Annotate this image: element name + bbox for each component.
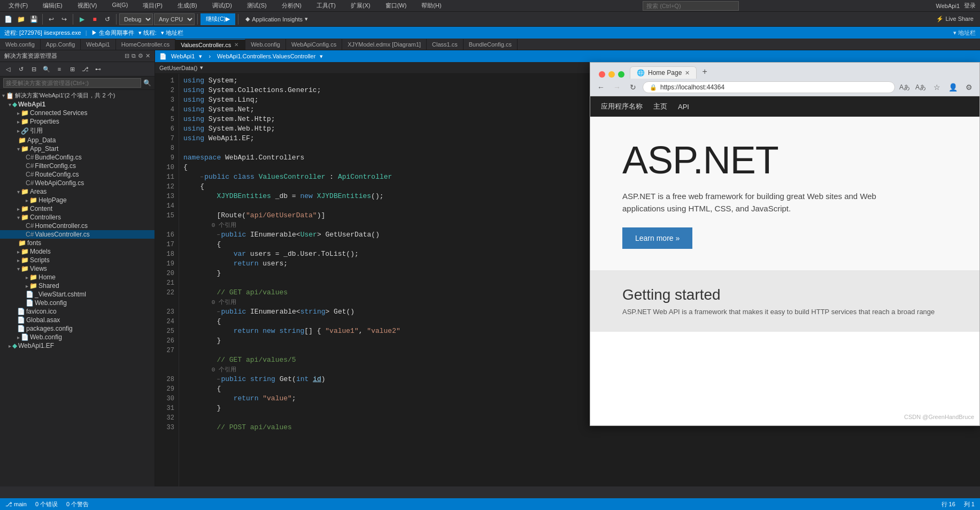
live-share-btn[interactable]: ⚡ Live Share xyxy=(932,16,978,22)
site-api-link[interactable]: API xyxy=(678,103,689,111)
tree-controllers[interactable]: ▾ 📁 Controllers xyxy=(0,213,155,222)
profile-btn[interactable]: 👤 xyxy=(946,81,959,94)
menu-extensions[interactable]: 扩展(X) xyxy=(346,1,375,11)
tree-models[interactable]: ▸ 📁 Models xyxy=(0,247,155,256)
login-button[interactable]: 登录 xyxy=(964,2,976,10)
tab-app-config[interactable]: App.Config xyxy=(41,39,81,50)
ai-dropdown-icon[interactable]: ▾ xyxy=(305,16,308,22)
settings-browser-btn[interactable]: ⚙ xyxy=(962,81,975,94)
code-editor[interactable]: 📄 WebApi1 ▾ › WebApi1.Controllers.Values… xyxy=(155,50,980,486)
menu-edit[interactable]: 编辑(E) xyxy=(38,1,67,11)
tree-webapi-config[interactable]: C# WebApiConfig.cs xyxy=(0,179,155,187)
tree-connected-services[interactable]: ▸ 📁 Connected Services xyxy=(0,109,155,117)
menu-analyze[interactable]: 分析(N) xyxy=(277,1,306,11)
refresh-btn[interactable]: ↻ xyxy=(627,81,639,94)
tab-home-controller[interactable]: HomeController.cs xyxy=(116,39,175,50)
tab-values-controller[interactable]: ValuesController.cs ✕ xyxy=(175,39,245,50)
se-sync-btn[interactable]: ⊷ xyxy=(92,63,104,75)
favorites-btn[interactable]: ☆ xyxy=(930,81,943,94)
se-refresh-btn[interactable]: ↺ xyxy=(15,63,27,75)
se-props-btn[interactable]: ≡ xyxy=(53,63,65,75)
continue-btn[interactable]: 继续(C)▶ xyxy=(200,13,235,25)
max-dot[interactable] xyxy=(618,71,624,78)
se-close-btn[interactable]: ✕ xyxy=(145,52,150,59)
tree-webapi1-ef[interactable]: ▸ ◆ WebApi1.EF xyxy=(0,341,155,350)
tree-home-controller[interactable]: C# HomeController.cs xyxy=(0,222,155,230)
forward-btn[interactable]: → xyxy=(611,81,623,94)
lifecycle-btn[interactable]: ▶ 生命周期事件 xyxy=(91,29,134,37)
se-search-input[interactable] xyxy=(3,78,141,88)
menu-debug[interactable]: 调试(D) xyxy=(208,1,236,11)
tree-solution[interactable]: ▾ 📋 解决方案'WebApi1'(2 个项目，共 2 个) xyxy=(0,91,155,100)
se-filter-btn[interactable]: ⧉ xyxy=(132,52,136,59)
se-back-btn[interactable]: ◁ xyxy=(2,63,14,75)
tab-class1[interactable]: Class1.cs xyxy=(427,39,464,50)
tree-shared[interactable]: ▸ 📁 Shared xyxy=(0,281,155,290)
tab-webapi-config[interactable]: WebApiConfig.cs xyxy=(286,39,342,50)
tree-favicon[interactable]: 📄 favicon.ico xyxy=(0,307,155,316)
new-tab-btn[interactable]: + xyxy=(698,65,711,79)
se-collapse-all-btn[interactable]: ⊟ xyxy=(28,63,40,75)
menu-window[interactable]: 窗口(W) xyxy=(381,1,411,11)
back-btn[interactable]: ← xyxy=(595,81,607,94)
tree-scripts[interactable]: ▸ 📁 Scripts xyxy=(0,256,155,264)
tab-web-config-2[interactable]: Web.config xyxy=(245,39,286,50)
se-preview-btn[interactable]: ⊞ xyxy=(66,63,78,75)
git-branch[interactable]: ⎇ main xyxy=(5,501,27,508)
read-btn[interactable]: Aあ xyxy=(914,81,927,94)
min-dot[interactable] xyxy=(608,71,615,78)
menu-build[interactable]: 生成(B) xyxy=(173,1,202,11)
tree-helppage[interactable]: ▸ 📁 HelpPage xyxy=(0,196,155,204)
menu-file[interactable]: 文件(F) xyxy=(4,1,32,11)
method-dropdown[interactable]: ▾ xyxy=(200,64,203,71)
tree-fonts[interactable]: 📁 fonts xyxy=(0,239,155,247)
tree-values-controller[interactable]: C# ValuesController.cs xyxy=(0,230,155,239)
menu-help[interactable]: 帮助(H) xyxy=(417,1,445,11)
editor-ns-dropdown[interactable]: ▾ xyxy=(320,53,323,60)
tab-webapi1[interactable]: WebApi1 xyxy=(81,39,115,50)
menu-git[interactable]: Git(G) xyxy=(107,1,132,11)
restart-btn[interactable]: ↺ xyxy=(102,13,113,25)
stop-btn[interactable]: ■ xyxy=(89,13,101,25)
tree-areas[interactable]: ▾ 📁 Areas xyxy=(0,187,155,196)
tree-project[interactable]: ▾ ◆ WebApi1 xyxy=(0,100,155,109)
tab-close-btn[interactable]: ✕ xyxy=(233,42,240,48)
menu-test[interactable]: 测试(S) xyxy=(243,1,271,11)
tree-filter-config[interactable]: C# FilterConfig.cs xyxy=(0,162,155,170)
redo-btn[interactable]: ↪ xyxy=(58,13,70,25)
menu-project[interactable]: 项目(P) xyxy=(138,1,167,11)
save-btn[interactable]: 💾 xyxy=(28,13,40,25)
tree-web-config-root[interactable]: ▸ 📄 Web.config xyxy=(0,333,155,341)
tree-viewstart[interactable]: 📄 _ViewStart.cshtml xyxy=(0,290,155,299)
tab-bundle-config[interactable]: BundleConfig.cs xyxy=(464,39,518,50)
debug-mode-dropdown[interactable]: Debug xyxy=(119,13,153,25)
menu-tools[interactable]: 工具(T) xyxy=(312,1,340,11)
tab-web-config-1[interactable]: Web.config xyxy=(0,39,41,50)
browser-tab-home[interactable]: 🌐 Home Page ✕ xyxy=(630,66,697,79)
undo-btn[interactable]: ↩ xyxy=(45,13,57,25)
start-btn[interactable]: ▶ xyxy=(76,13,88,25)
tree-views[interactable]: ▾ 📁 Views xyxy=(0,264,155,273)
tree-app-start[interactable]: ▾ 📁 App_Start xyxy=(0,144,155,153)
tree-route-config[interactable]: C# RouteConfig.cs xyxy=(0,170,155,179)
learn-more-button[interactable]: Learn more » xyxy=(622,227,692,249)
se-filter-btn2[interactable]: 🔍 xyxy=(41,63,52,75)
close-dot[interactable] xyxy=(599,71,605,78)
se-git-btn[interactable]: ⎇ xyxy=(79,63,91,75)
menu-view[interactable]: 视图(V) xyxy=(73,1,102,11)
translate-btn[interactable]: Aあ xyxy=(898,81,911,94)
thread-btn[interactable]: ▾ 线程: xyxy=(138,29,157,37)
tree-packages-config[interactable]: 📄 packages.config xyxy=(0,324,155,333)
cpu-dropdown[interactable]: Any CPU xyxy=(154,13,195,25)
location-btn[interactable]: ▾ 地址栏 xyxy=(161,29,183,37)
browser-tab-close[interactable]: ✕ xyxy=(685,70,690,77)
se-settings-btn[interactable]: ⚙ xyxy=(138,52,143,59)
global-search-input[interactable] xyxy=(643,1,739,11)
goto-line-btn[interactable]: ▾ 地址栏 xyxy=(953,29,976,37)
site-home-link[interactable]: 主页 xyxy=(653,102,667,111)
tree-references[interactable]: ▸ 🔗 引用 xyxy=(0,126,155,136)
tree-home[interactable]: ▸ 📁 Home xyxy=(0,273,155,281)
tree-app-data[interactable]: 📁 App_Data xyxy=(0,136,155,144)
new-file-btn[interactable]: 📄 xyxy=(2,13,14,25)
se-collapse-btn[interactable]: ⊟ xyxy=(125,52,129,59)
